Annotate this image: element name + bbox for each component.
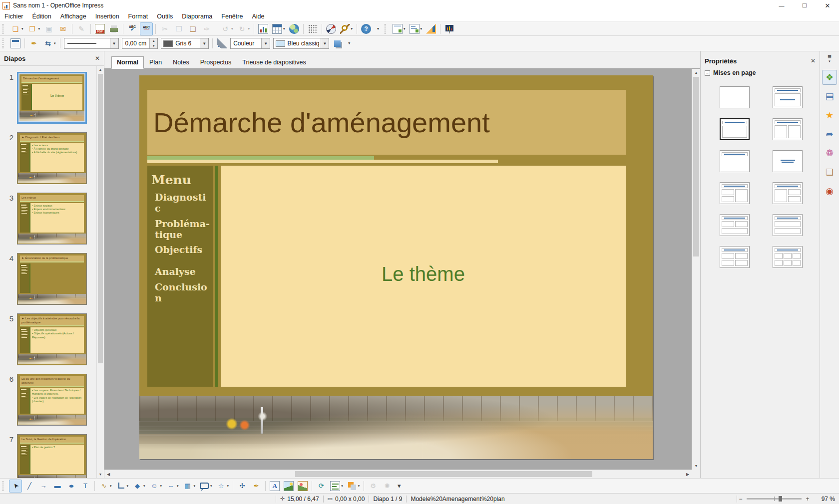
vertical-scrollbar[interactable]: ▲ ▼ [692, 69, 700, 470]
slide-menu-item-conclusion[interactable]: Conclusion [155, 282, 211, 304]
slide-menu-item-diagnostic[interactable]: Diagnostic [155, 192, 211, 214]
spellcheck-button[interactable]: ABC [126, 22, 139, 35]
slide-menu-panel[interactable]: Menu DiagnosticProbléma-tiqueObjectifsAn… [147, 166, 213, 387]
slide-title-textbox[interactable]: Démarche d'aménagement [147, 90, 626, 155]
fill-style-dropdown[interactable]: ▼ [261, 38, 270, 48]
toolbar-options-button[interactable]: ▾ [395, 480, 404, 493]
alignment-button[interactable]: ▾ [329, 480, 345, 493]
callouts-dropdown[interactable]: ▾ [210, 484, 212, 488]
layout-2content-over-content-thumbnail[interactable] [720, 214, 750, 236]
layout-content-over-content-thumbnail[interactable] [773, 214, 803, 236]
new-slide-dropdown[interactable]: ▾ [404, 27, 406, 31]
curve-button[interactable]: ∿▾ [97, 480, 113, 493]
stars-dropdown[interactable]: ▾ [227, 484, 229, 488]
toolbar-options-button[interactable]: ▾ [374, 22, 383, 35]
tab-normal[interactable]: Normal [111, 56, 144, 69]
zoom-slider[interactable] [747, 498, 802, 500]
curve-dropdown[interactable]: ▾ [110, 484, 112, 488]
insert-table-dropdown[interactable]: ▾ [283, 27, 285, 31]
toolbar-grip[interactable] [2, 24, 6, 34]
select-button[interactable]: ➤ [9, 480, 22, 493]
layout-blank-thumbnail[interactable] [720, 86, 750, 108]
fontwork-gallery-button[interactable]: A [268, 480, 281, 493]
slide-7-thumbnail[interactable]: Le Suivi, la Gestion de l'opérationPlan … [17, 434, 87, 478]
minimize-button[interactable]: — [770, 0, 793, 11]
sidebar-tab-master-pages[interactable]: ▤ [822, 89, 837, 104]
connector-dropdown[interactable]: ▾ [127, 484, 129, 488]
line-width-down[interactable]: ▼ [150, 43, 157, 48]
open-document-button[interactable]: ❐▾ [26, 22, 42, 35]
properties-panel-close-icon[interactable]: ✕ [811, 57, 816, 64]
sidebar-tab-slide-transition[interactable]: ➦ [822, 127, 837, 142]
paste-button[interactable]: ❑ [186, 22, 199, 35]
layout-2content-content-thumbnail[interactable] [720, 182, 750, 204]
layout-title-only-thumbnail[interactable] [720, 150, 750, 172]
rectangle-button[interactable]: ▬ [51, 480, 64, 493]
zoom-slider-thumb[interactable] [779, 496, 782, 502]
navigator-button[interactable] [325, 22, 338, 35]
hyperlink-button[interactable] [288, 22, 301, 35]
line-style-dropdown[interactable]: ▼ [110, 38, 118, 48]
styles-button[interactable] [9, 37, 22, 50]
basic-shapes-dropdown[interactable]: ▾ [143, 484, 145, 488]
export-pdf-button[interactable]: PDF [93, 22, 106, 35]
block-arrows-dropdown[interactable]: ▾ [177, 484, 179, 488]
line-color-select[interactable]: Gris 6 ▼ [161, 38, 209, 49]
fill-color-dropdown[interactable]: ▼ [321, 38, 329, 48]
collapse-icon[interactable]: − [705, 70, 710, 76]
layout-title-subtitle-thumbnail[interactable] [773, 86, 803, 108]
close-button[interactable]: ✕ [816, 0, 839, 11]
sidebar-tab-gallery[interactable]: ❁ [822, 146, 837, 161]
slide-show-button[interactable] [443, 22, 456, 35]
insert-table-button[interactable]: ▾ [271, 22, 287, 35]
send-email-button[interactable]: ✉ [56, 22, 69, 35]
insert-chart-button[interactable] [257, 22, 270, 35]
maximize-button[interactable]: ☐ [793, 0, 816, 11]
help-button[interactable]: ? [360, 22, 373, 35]
layout-6content-thumbnail[interactable] [773, 246, 803, 268]
layout-content-2content-thumbnail[interactable] [773, 182, 803, 204]
scroll-down-icon[interactable]: ▼ [692, 462, 700, 470]
slide-layout-button[interactable]: ▾ [408, 22, 424, 35]
menu-edition[interactable]: Édition [28, 12, 56, 21]
sidebar-tab-custom-animation[interactable]: ★ [822, 108, 837, 123]
edit-points-button[interactable]: ✣ [236, 480, 249, 493]
line-width-up[interactable]: ▲ [150, 38, 157, 43]
slide-photo[interactable] [139, 396, 653, 459]
menu-affichage[interactable]: Affichage [56, 12, 91, 21]
slide-3-thumbnail[interactable]: Les enjeuxEnjeux sociauxEnjeux environne… [17, 193, 87, 245]
glue-points-button[interactable]: ✒ [250, 480, 263, 493]
menu-fichier[interactable]: Fichier [0, 12, 28, 21]
arrange-dropdown[interactable]: ▾ [358, 484, 360, 488]
line-dialog-button[interactable]: ✒ [27, 37, 40, 50]
sidebar-tab-properties[interactable]: ❖ [822, 70, 837, 85]
menu-insertion[interactable]: Insertion [91, 12, 124, 21]
insert-picture-button[interactable] [282, 480, 295, 493]
sidebar-tab-navigator[interactable]: ◉ [822, 184, 837, 199]
rotate-button[interactable]: ⟳ [315, 480, 328, 493]
slide-menu-item-objectifs[interactable]: Objectifs [155, 245, 211, 255]
slide-4-thumbnail[interactable]: ► Énonciation de la problématique [17, 253, 87, 305]
toolbar-grip[interactable] [385, 24, 388, 34]
scroll-left-icon[interactable]: ◀ [104, 472, 112, 477]
slide-body-text[interactable]: Le thème [221, 263, 626, 285]
gallery-button[interactable] [296, 480, 309, 493]
toolbar-grip[interactable] [2, 481, 6, 491]
redo-dropdown[interactable]: ▾ [248, 27, 250, 31]
display-grid-button[interactable] [306, 22, 319, 35]
layout-title-content-thumbnail[interactable] [720, 118, 750, 140]
line-color-dropdown[interactable]: ▼ [200, 38, 208, 48]
menu-diaporama[interactable]: Diaporama [177, 12, 217, 21]
slide-content-area[interactable]: Le thème [221, 166, 626, 387]
arrow-style-dropdown[interactable]: ▾ [54, 41, 56, 45]
tab-plan[interactable]: Plan [144, 56, 167, 69]
slide-2-thumbnail[interactable]: ► Diagnostic / État des lieuxLes acteurs… [17, 132, 87, 184]
slide-design-button[interactable] [424, 22, 437, 35]
flowchart-button[interactable]: ▦▾ [181, 480, 197, 493]
line-width-stepper[interactable]: 0,00 cm ▲▼ [122, 38, 158, 49]
zoom-in-button[interactable]: + [804, 496, 811, 503]
stars-button[interactable]: ☆▾ [215, 480, 231, 493]
zoom-out-button[interactable]: − [737, 496, 744, 503]
basic-shapes-button[interactable]: ◆▾ [131, 480, 147, 493]
scroll-down-icon[interactable]: ▼ [97, 471, 104, 478]
